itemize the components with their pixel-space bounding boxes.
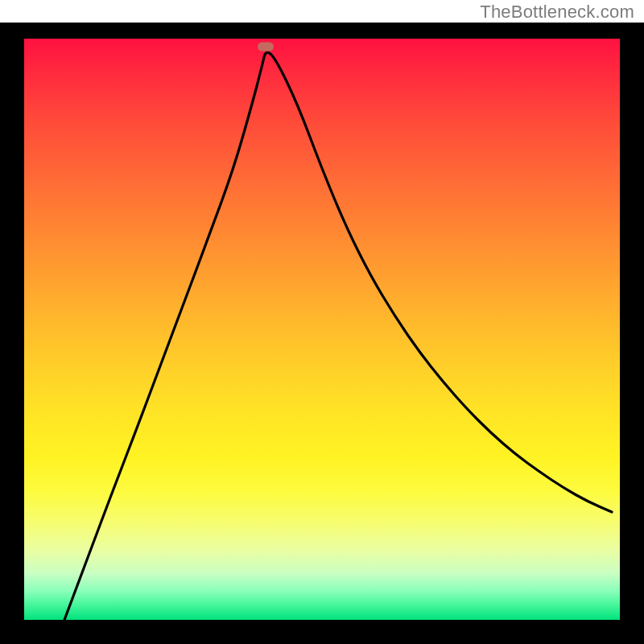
- chart-frame: [0, 23, 644, 644]
- chart-container: TheBottleneck.com: [0, 0, 644, 644]
- plot-area: [24, 39, 620, 620]
- bottleneck-curve: [64, 52, 612, 620]
- curve-svg: [24, 39, 620, 620]
- attribution-text: TheBottleneck.com: [480, 2, 634, 23]
- minimum-point-marker: [258, 43, 274, 52]
